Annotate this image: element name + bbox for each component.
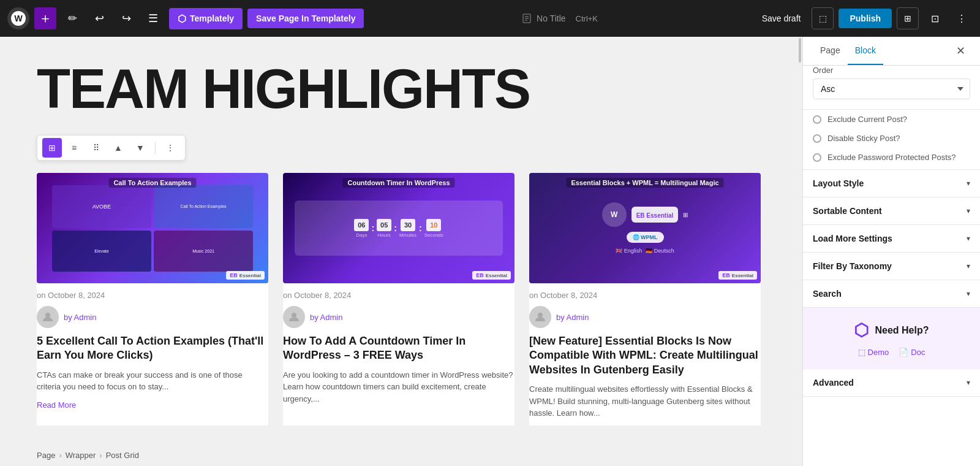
doc-icon: 📄 (899, 348, 908, 357)
right-sidebar: Page Block ✕ Order Asc Desc (802, 37, 980, 466)
lang-flags: 🇬🇧 English 🇩🇪 Deutsch (616, 248, 674, 254)
read-more-link-1[interactable]: Read More (37, 400, 76, 410)
templately-label: Templately (190, 13, 234, 23)
timer-colon-3: : (419, 223, 422, 233)
publish-label: Publish (850, 13, 881, 23)
block-drag-button[interactable]: ⠿ (86, 138, 106, 158)
search-section: Search ▾ (803, 280, 980, 308)
block-options-button[interactable]: ⋮ (160, 138, 180, 158)
sidebar-content: Order Asc Desc Exclude Current Post? (803, 66, 980, 466)
need-help-title: Need Help? (875, 325, 929, 336)
add-block-button[interactable]: ＋ (34, 7, 56, 29)
search-chevron: ▾ (967, 289, 970, 298)
tab-block[interactable]: Block (848, 37, 883, 65)
close-icon: ✕ (956, 44, 965, 58)
page-title-area: No Title Ctrl+K (522, 13, 598, 23)
layout-style-header[interactable]: Layout Style ▾ (803, 170, 980, 197)
save-draft-button[interactable]: Save draft (756, 10, 807, 27)
layout-style-section: Layout Style ▾ (803, 170, 980, 197)
sortable-content-title: Sortable Content (813, 206, 882, 216)
thumb-content-2: Countdown Timer In WordPress 06 Days : 0… (283, 173, 514, 283)
author-name-3: by Admin (556, 313, 589, 322)
wp-circle: W (602, 202, 627, 227)
demo-icon: ⬚ (858, 348, 865, 357)
document-overview-button[interactable]: ☰ (142, 7, 164, 29)
editor-area: TEAM HIGHLIGHTS ⊞ ≡ ⠿ ▲ ▼ ⋮ (0, 37, 797, 466)
filter-taxonomy-section: Filter By Taxonomy ▾ (803, 253, 980, 280)
load-more-chevron: ▾ (967, 234, 970, 243)
save-draft-label: Save draft (762, 13, 801, 23)
tab-page[interactable]: Page (813, 37, 848, 65)
tab-block-label: Block (855, 45, 876, 55)
sidebar-scrollbar-track (797, 37, 802, 466)
eb-logo-text-3: EB (722, 272, 730, 278)
svg-point-6 (538, 313, 543, 318)
filter-taxonomy-chevron: ▾ (967, 262, 970, 270)
need-help-links: ⬚ Demo 📄 Doc (858, 348, 925, 357)
block-list-view-button[interactable]: ≡ (64, 138, 84, 158)
preview-button[interactable]: ⬚ (812, 7, 834, 29)
list-view-icon: ≡ (72, 143, 77, 153)
save-options-button[interactable]: ⊞ (897, 7, 919, 29)
save-options-icon: ⊞ (904, 13, 911, 23)
undo-button[interactable]: ↩ (88, 7, 110, 29)
mock-card-1: AVOBE (52, 185, 151, 228)
eb-icon-large: ⬡ (854, 320, 869, 340)
doc-link[interactable]: 📄 Doc (899, 348, 925, 357)
block-type-button[interactable]: ⊞ (42, 138, 62, 158)
filter-taxonomy-header[interactable]: Filter By Taxonomy ▾ (803, 253, 980, 280)
exclude-password-toggle[interactable] (813, 153, 821, 162)
sidebar-close-button[interactable]: ✕ (951, 41, 970, 61)
thumb-content-3: Essential Blocks + WPML = Multilingual M… (529, 173, 761, 283)
svg-point-5 (292, 313, 296, 318)
toolbar-divider (155, 142, 156, 154)
publish-button[interactable]: Publish (839, 9, 892, 28)
timer-minutes-label: Minutes (399, 232, 417, 238)
search-title: Search (813, 289, 842, 299)
redo-button[interactable]: ↪ (115, 7, 137, 29)
settings-toggle-button[interactable]: ⊡ (924, 7, 946, 29)
timer-hours: 05 Hours (377, 219, 391, 238)
eb-badge-1: EB Essential (226, 271, 265, 280)
templately-button[interactable]: ⬡ Templately (169, 8, 243, 29)
order-select[interactable]: Asc Desc (813, 78, 970, 99)
exclude-current-toggle[interactable] (813, 115, 821, 124)
save-templately-label: Save Page In Templately (256, 13, 355, 23)
load-more-header[interactable]: Load More Settings ▾ (803, 225, 980, 252)
demo-link[interactable]: ⬚ Demo (858, 348, 889, 357)
advanced-section: Advanced ▾ (803, 369, 980, 397)
sortable-content-header[interactable]: Sortable Content ▾ (803, 197, 980, 224)
block-move-up-button[interactable]: ▲ (108, 138, 128, 158)
more-options-button[interactable]: ⋮ (951, 7, 973, 29)
post-thumbnail-1: Call To Action Examples AVOBE Call To Ac… (37, 173, 268, 283)
disable-sticky-toggle[interactable] (813, 134, 821, 143)
thumb-label-3: Essential Blocks + WPML = Multilingual M… (566, 178, 723, 188)
wordpress-logo[interactable] (7, 7, 29, 29)
tools-button[interactable]: ✏ (61, 7, 83, 29)
avatar-icon-3 (534, 311, 546, 323)
document-icon (522, 13, 532, 23)
post-date-1: on October 8, 2024 (37, 291, 268, 300)
exclude-current-label: Exclude Current Post? (827, 115, 907, 124)
exclude-current-section: Exclude Current Post? Disable Sticky Pos… (803, 110, 980, 170)
page-heading: TEAM HIGHLIGHTS (37, 61, 761, 116)
exclude-password-option: Exclude Password Protected Posts? (803, 148, 980, 169)
breadcrumb-wrapper: Wrapper (66, 451, 96, 460)
exclude-current-option: Exclude Current Post? (803, 110, 980, 129)
tab-page-label: Page (820, 45, 840, 55)
timer-minutes: 30 Minutes (399, 219, 417, 238)
eb-logo-text: EB (230, 272, 238, 278)
timer-colon-2: : (394, 223, 397, 233)
eb-badge-3: EB Essential (718, 271, 757, 280)
chevron-down-icon: ▼ (136, 143, 145, 153)
timer-seconds-label: Seconds (424, 232, 443, 238)
advanced-header[interactable]: Advanced ▾ (803, 369, 980, 396)
post-title-2: How To Add A Countdown Timer In WordPres… (283, 334, 514, 363)
block-toolbar: ⊞ ≡ ⠿ ▲ ▼ ⋮ (37, 135, 186, 161)
settings-icon: ⊡ (931, 13, 939, 25)
block-move-down-button[interactable]: ▼ (130, 138, 150, 158)
search-header[interactable]: Search ▾ (803, 280, 980, 307)
save-page-templately-button[interactable]: Save Page In Templately (247, 9, 364, 28)
thumb-mock-cta: AVOBE Call To Action Examples Elevate Mu… (48, 181, 257, 275)
breadcrumb-page: Page (37, 451, 55, 460)
